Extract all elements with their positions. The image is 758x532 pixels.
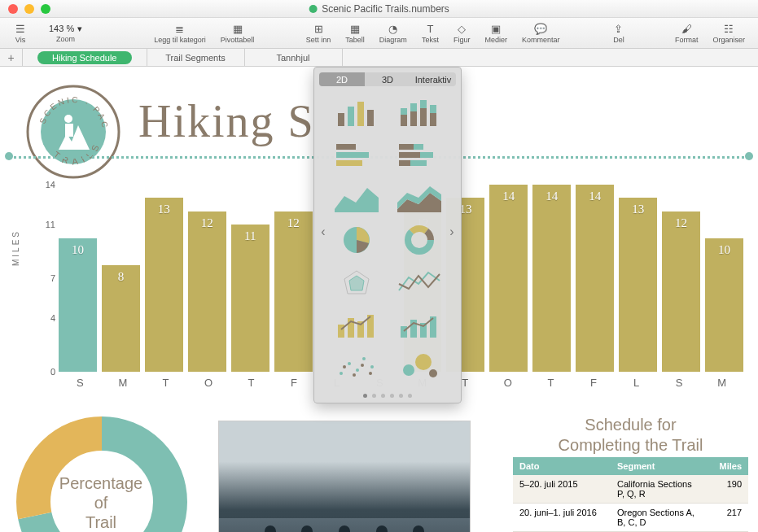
close-window-button[interactable] bbox=[8, 4, 18, 14]
bar-column[interactable]: 13 bbox=[145, 185, 183, 372]
trail-photo[interactable] bbox=[218, 421, 471, 532]
popover-page-dot[interactable] bbox=[408, 394, 412, 398]
bar-column[interactable]: 10 bbox=[705, 185, 743, 372]
table-row[interactable]: 5–20. juli 2015California Sections P, Q,… bbox=[513, 475, 748, 504]
svg-rect-39 bbox=[401, 326, 407, 338]
popover-prev-button[interactable]: ‹ bbox=[316, 222, 331, 242]
x-tick: L bbox=[615, 377, 658, 396]
svg-rect-16 bbox=[420, 108, 427, 126]
x-tick: S bbox=[59, 377, 102, 396]
shape-icon: ◇ bbox=[454, 22, 469, 35]
zoom-dropdown[interactable]: 143 %▾ Zoom bbox=[36, 24, 95, 43]
popover-page-dot[interactable] bbox=[390, 394, 394, 398]
bar-column[interactable]: 10 bbox=[59, 185, 97, 372]
pivot-icon: ▦ bbox=[230, 22, 245, 35]
x-tick: F bbox=[273, 377, 316, 396]
bar-column[interactable]: 14 bbox=[576, 185, 614, 372]
svg-point-43 bbox=[340, 372, 343, 375]
bar-column[interactable]: 11 bbox=[231, 185, 269, 372]
format-panel-button[interactable]: 🖌Format bbox=[668, 22, 705, 44]
bar-column[interactable]: 14 bbox=[532, 185, 571, 372]
shape-button[interactable]: ◇Figur bbox=[447, 22, 477, 44]
svg-point-50 bbox=[361, 364, 364, 367]
x-tick: O bbox=[187, 377, 230, 396]
chart-thumb-bar-vertical[interactable] bbox=[329, 96, 383, 130]
media-button[interactable]: ▣Medier bbox=[478, 22, 514, 44]
comment-button[interactable]: 💬Kommentar bbox=[515, 22, 567, 44]
pivot-table-button[interactable]: ▦ Pivottabell bbox=[214, 22, 261, 44]
bar-value-label: 12 bbox=[675, 216, 687, 230]
svg-rect-15 bbox=[410, 103, 417, 111]
bar-column[interactable]: 12 bbox=[274, 185, 313, 372]
chart-dimension-segmented: 2D 3D Interaktiv bbox=[319, 72, 456, 86]
text-button[interactable]: TTekst bbox=[415, 22, 445, 44]
chart-button[interactable]: ◔Diagram bbox=[373, 22, 414, 44]
bar-value-label: 12 bbox=[201, 216, 213, 230]
svg-rect-8 bbox=[338, 113, 344, 126]
chart-thumb-bar-horizontal[interactable] bbox=[329, 138, 383, 172]
logo-badge: SCENIC · PACIFIC TRAILS bbox=[24, 83, 122, 181]
sheet-tab-tannhjul[interactable]: Tannhjul bbox=[245, 49, 343, 66]
share-button[interactable]: ⇪Del bbox=[605, 22, 633, 44]
add-category-button[interactable]: ≣ Legg til kategori bbox=[147, 22, 213, 44]
bar-column[interactable]: 14 bbox=[489, 185, 528, 372]
chart-thumb-mixed-line[interactable] bbox=[392, 307, 446, 342]
svg-rect-18 bbox=[430, 113, 436, 126]
svg-rect-9 bbox=[348, 107, 354, 126]
organize-panel-button[interactable]: ☷Organiser bbox=[707, 22, 752, 44]
rule-endpoint-right bbox=[745, 152, 753, 160]
table-button[interactable]: ▦Tabell bbox=[339, 22, 371, 44]
cell-segment: California Sections P, Q, R bbox=[611, 475, 708, 503]
svg-rect-3 bbox=[65, 124, 73, 137]
popover-page-dot[interactable] bbox=[399, 394, 403, 398]
seg-3d[interactable]: 3D bbox=[365, 72, 410, 86]
chart-thumb-line-multi[interactable] bbox=[392, 265, 446, 299]
popover-page-dot[interactable] bbox=[372, 394, 376, 398]
svg-point-52 bbox=[403, 364, 414, 376]
window-controls bbox=[0, 4, 50, 14]
bar-column[interactable]: 8 bbox=[102, 185, 140, 372]
chart-thumb-bar-stacked[interactable] bbox=[392, 96, 446, 130]
text-icon: T bbox=[423, 22, 437, 35]
chart-thumb-scatter[interactable] bbox=[329, 350, 383, 384]
bar-column[interactable]: 13 bbox=[619, 185, 657, 372]
cell-miles: 217 bbox=[708, 504, 748, 531]
popover-page-dot[interactable] bbox=[381, 394, 385, 398]
view-menu-button[interactable]: ☰ Vis bbox=[7, 22, 34, 44]
bar-column[interactable]: 12 bbox=[188, 185, 226, 372]
y-tick: 4 bbox=[37, 313, 55, 323]
chart-thumb-donut[interactable] bbox=[392, 223, 446, 257]
chart-thumb-mixed[interactable] bbox=[329, 307, 383, 342]
chart-thumb-area[interactable] bbox=[329, 181, 383, 215]
chart-thumb-radar[interactable] bbox=[329, 265, 383, 299]
table-row[interactable]: 20. juni–1. juli 2016Oregon Sections A, … bbox=[513, 504, 748, 532]
canvas[interactable]: SCENIC · PACIFIC TRAILS Hiking S MILES 0… bbox=[0, 67, 758, 532]
insert-button[interactable]: ⊞Sett inn bbox=[300, 22, 338, 44]
bar-column[interactable]: 12 bbox=[662, 185, 700, 372]
view-icon: ☰ bbox=[13, 22, 28, 35]
popover-page-dot[interactable] bbox=[363, 394, 367, 398]
chart-thumb-pie[interactable] bbox=[329, 223, 383, 257]
add-sheet-button[interactable]: + bbox=[0, 49, 23, 66]
window-title-text: Scenic Pacific Trails.numbers bbox=[322, 3, 449, 15]
schedule-table[interactable]: Dato Segment Miles 5–20. juli 2015Califo… bbox=[513, 457, 748, 532]
svg-rect-14 bbox=[410, 111, 417, 126]
popover-page-dots bbox=[314, 389, 461, 403]
bar-value-label: 14 bbox=[545, 190, 558, 203]
sheet-tab-hiking-schedule[interactable]: Hiking Schedule bbox=[23, 49, 147, 66]
chart-thumb-bubble[interactable] bbox=[392, 350, 446, 384]
chart-thumb-area-stacked[interactable] bbox=[392, 181, 446, 215]
col-segment: Segment bbox=[611, 457, 708, 475]
svg-rect-23 bbox=[399, 144, 414, 150]
col-dato: Dato bbox=[513, 457, 611, 475]
minimize-window-button[interactable] bbox=[24, 4, 34, 14]
popover-next-button[interactable]: › bbox=[445, 222, 459, 242]
x-tick: T bbox=[144, 377, 187, 396]
sheet-tab-trail-segments[interactable]: Trail Segments bbox=[147, 49, 245, 66]
fullscreen-window-button[interactable] bbox=[41, 4, 50, 14]
bar-value-label: 8 bbox=[118, 270, 125, 284]
chart-thumb-bar-horizontal-stacked[interactable] bbox=[392, 138, 446, 172]
seg-2d[interactable]: 2D bbox=[319, 72, 365, 86]
format-icon: 🖌 bbox=[679, 22, 694, 35]
seg-interactive[interactable]: Interaktiv bbox=[410, 72, 456, 86]
